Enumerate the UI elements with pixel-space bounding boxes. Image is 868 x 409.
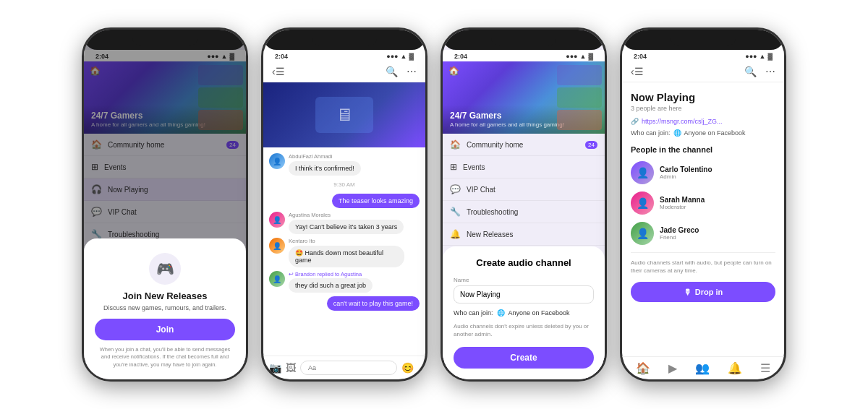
chat-thumbnail: 🖥 [315,97,373,133]
nav-icon-home-3: 🏠 [450,139,461,150]
wifi-2: ▲ [401,53,407,60]
avatar-jade: 👤 [631,222,654,245]
nav-bell-4[interactable]: 🔔 [728,361,742,375]
nav-vip-3[interactable]: 💬 VIP Chat [443,178,605,201]
nav-events-3[interactable]: ⊞ Events [443,156,605,178]
avatar-5: 👤 [269,271,285,287]
time-2: 2:04 [275,53,288,60]
phone-3: 2:04 ●●● ▲ ▓ 🏠 24/7 Gamers A home for al… [441,27,607,382]
battery-2: ▓ [409,53,414,60]
menu-icon-2[interactable]: ☰ [276,66,285,77]
chat-image-2: 🖥 [263,82,425,147]
gamepad-icon: 🎮 [156,260,174,277]
signal-2: ●●● [386,53,398,60]
nav-icon-vip-3: 💬 [450,184,461,194]
avatar-1: 👤 [269,153,285,169]
link-icon-4: 🔗 [631,118,639,125]
drop-in-button-4[interactable]: 🎙 Drop in [631,282,775,302]
form-label-name-3: Name [454,277,594,283]
nav-label-home-3: Community home [467,141,523,149]
nav-menu-4[interactable]: ☰ [760,361,770,375]
thumb-3-3 [557,110,602,130]
np-header-4: ‹ ☰ 🔍 ⋯ [622,61,784,82]
nav-badge-home-3: 24 [585,141,597,149]
join-value-3: Anyone on Facebook [509,309,570,317]
nav-icon-releases-3: 🔔 [450,229,461,239]
modal-footnote-1: When you join a chat, you'll be able to … [95,346,235,369]
nav-new-releases-3[interactable]: 🔔 New Releases [443,223,605,246]
person-name-1: Carlo Tolentino [660,165,712,173]
modal-subtitle-1: Discuss new games, rumours, and trailers… [95,304,235,311]
chat-messages-2: 👤 AbdulFazl Ahmadi I think it's confirme… [263,147,425,356]
camera-icon-2[interactable]: 📷 [269,362,281,374]
sender-1: AbdulFazl Ahmadi [289,153,361,160]
bubble-sent-2: can't wait to play this game! [327,296,420,311]
battery-4: ▓ [767,53,773,60]
nav-troubleshooting-3[interactable]: 🔧 Troubleshooting [443,201,605,223]
chat-input-bar-2: 📷 🖼 😊 👍 [263,356,425,379]
thumb-3-1 [557,65,602,85]
message-sent-1: The teaser looks amazing [269,194,420,208]
more-icon-4[interactable]: ⋯ [765,66,775,77]
nav-label-trouble-3: Troubleshooting [467,208,518,216]
bubble-1: I think it's confirmed! [289,161,361,176]
thumbs-up-icon-2[interactable]: 👍 [418,362,425,374]
person-name-3: Jade Greco [660,226,699,234]
avatar-4: 👤 [269,238,285,254]
notch-1 [84,30,246,50]
nav-label-vip-3: VIP Chat [467,186,495,194]
modal-icon-1: 🎮 [149,253,181,285]
wifi-3: ▲ [580,53,587,60]
chat-input-2[interactable] [300,361,397,375]
sender-4: Kentaro Ito [289,238,404,244]
create-channel-modal-3: Create audio channel Name Who can join: … [443,246,605,379]
create-button-3[interactable]: Create [454,347,594,369]
search-icon-4[interactable]: 🔍 [744,66,757,77]
np-note-4: Audio channels start with audio, but peo… [631,252,775,275]
join-button-1[interactable]: Join [95,319,235,340]
np-link-4[interactable]: 🔗 https://msngr.com/cslj_ZG... [631,118,775,125]
more-icon-2[interactable]: ⋯ [407,66,417,77]
emoji-icon-2[interactable]: 😊 [401,362,414,374]
nav-community-4[interactable]: 👥 [695,361,710,375]
bubble-4: 🤩 Hands down most beautiful game [289,246,404,267]
menu-icon-4[interactable]: ☰ [634,66,644,77]
bottom-nav-4: 🏠 ▶ 👥 🔔 ☰ [622,356,784,379]
battery-3: ▓ [588,53,593,60]
phone-2: 2:04 ●●● ▲ ▓ ‹ ☰ 🔍 ⋯ [261,27,427,382]
wifi-4: ▲ [760,53,766,60]
join-value-4: Anyone on Facebook [684,129,746,137]
time-3: 2:04 [454,53,467,60]
avatar-3: 👤 [269,212,285,228]
person-row-1: 👤 Carlo Tolentino Admin [631,161,775,184]
nav-community-home-3[interactable]: 🏠 Community home 24 [443,134,605,156]
nav-home-4[interactable]: 🏠 [636,361,650,375]
who-can-join-row-3: Who can join: 🌐 Anyone on Facebook [454,309,594,317]
search-icon-2[interactable]: 🔍 [386,66,398,77]
phones-container: 2:04 ●●● ▲ ▓ 🏠 24/7 Gamers A home for al… [0,0,868,409]
person-role-2: Moderator [660,204,705,210]
drop-in-label-4: Drop in [695,288,723,296]
nav-reels-4[interactable]: ▶ [668,361,677,375]
home-icon-3[interactable]: 🏠 [448,66,459,76]
image-icon-2[interactable]: 🖼 [286,362,296,374]
message-row-5: 👤 ↩ Brandon replied to Agustina they did… [269,271,420,293]
join-label-text-4: Who can join: [631,129,671,137]
notch-2 [263,30,425,50]
time-4: 2:04 [634,53,647,60]
status-bar-3: 2:04 ●●● ▲ ▓ [443,50,605,61]
channel-name-input-3[interactable] [454,285,594,303]
nav-icon-trouble-3: 🔧 [450,207,461,217]
phone-4: 2:04 ●●● ▲ ▓ ‹ ☰ 🔍 ⋯ Now Playing [620,27,786,382]
bubble-5: they did such a great job [289,278,373,293]
message-row-4: 👤 Kentaro Ito 🤩 Hands down most beautifu… [269,238,420,267]
section-title-4: People in the channel [631,145,775,154]
bubble-3: Yay! Can't believe it's taken 3 years [289,220,404,234]
join-modal-1: 🎮 Join New Releases Discuss new games, r… [84,238,246,380]
np-count-4: 3 people are here [631,105,775,112]
signal-3: ●●● [566,53,577,60]
person-name-2: Sarah Manna [660,196,705,204]
np-join-info-4: Who can join: 🌐 Anyone on Facebook [631,129,775,137]
nav-label-events-3: Events [463,163,485,171]
form-note-3: Audio channels don't expire unless delet… [454,322,594,338]
